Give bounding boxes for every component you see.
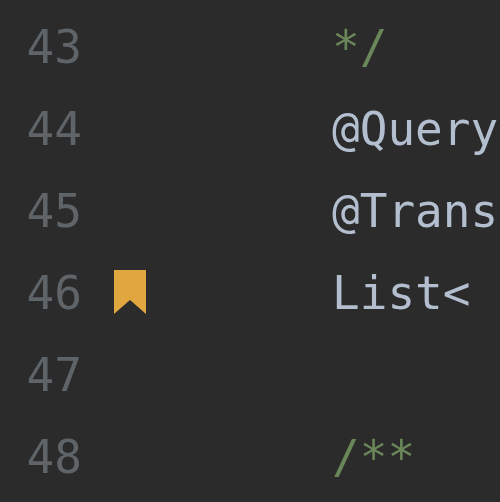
line-number[interactable]: 47: [0, 348, 100, 402]
code-content[interactable]: */: [160, 20, 500, 74]
bookmark-icon[interactable]: [113, 270, 147, 316]
code-line[interactable]: 47: [0, 334, 500, 416]
code-content[interactable]: /**: [160, 430, 500, 484]
code-editor[interactable]: 43 */ 44 @Query 45 @Trans 46 List< 47: [0, 0, 500, 502]
comment-token: /**: [332, 430, 415, 484]
code-content[interactable]: @Trans: [160, 184, 500, 238]
line-number[interactable]: 43: [0, 20, 100, 74]
code-content[interactable]: @Query: [160, 102, 500, 156]
comment-token: */: [332, 20, 387, 74]
line-number[interactable]: 48: [0, 430, 100, 484]
annotation-token: @Trans: [332, 184, 498, 238]
code-content[interactable]: List<: [160, 266, 500, 320]
code-line[interactable]: 44 @Query: [0, 88, 500, 170]
code-line[interactable]: 46 List<: [0, 252, 500, 334]
code-line[interactable]: 45 @Trans: [0, 170, 500, 252]
gutter-marks[interactable]: [100, 270, 160, 316]
line-number[interactable]: 44: [0, 102, 100, 156]
identifier-token: List<: [332, 266, 470, 320]
annotation-token: @Query: [332, 102, 498, 156]
code-line[interactable]: 43 */: [0, 6, 500, 88]
code-line[interactable]: 48 /**: [0, 416, 500, 498]
line-number[interactable]: 45: [0, 184, 100, 238]
line-number[interactable]: 46: [0, 266, 100, 320]
